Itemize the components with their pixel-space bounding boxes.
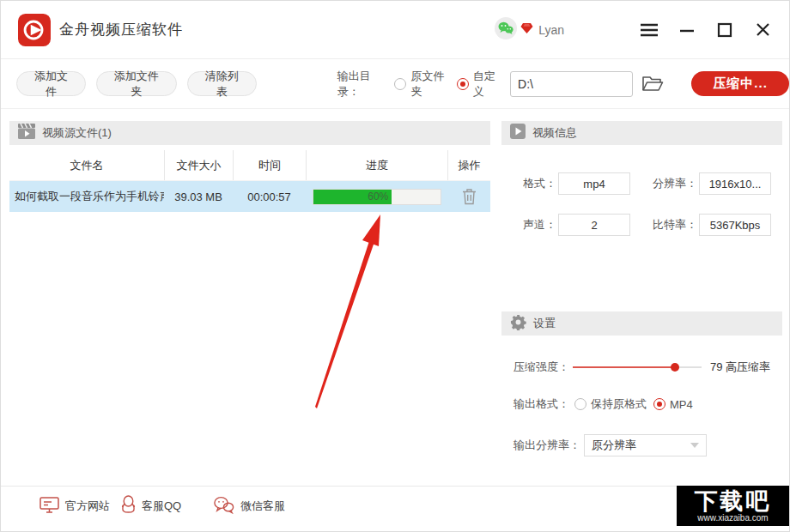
wechat-icon xyxy=(213,496,234,517)
column-header-name: 文件名 xyxy=(9,150,164,180)
format-label: 格式： xyxy=(514,176,556,191)
radio-circle xyxy=(653,398,665,410)
monitor-icon xyxy=(40,496,59,517)
file-time-cell: 00:00:57 xyxy=(233,181,306,212)
resolution-select-value: 原分辨率 xyxy=(592,438,636,453)
info-row-2: 声道： 2 比特率： 5367Kbps xyxy=(501,214,782,236)
strength-value: 79 xyxy=(710,360,722,373)
qq-penguin-icon xyxy=(121,495,136,517)
strength-desc: 高压缩率 xyxy=(726,360,770,373)
resolution-value: 1916x10... xyxy=(699,172,771,195)
table-header: 文件名 文件大小 时间 进度 操作 xyxy=(9,150,490,181)
bitrate-label: 比特率： xyxy=(647,217,697,233)
radio-mp4[interactable]: MP4 xyxy=(653,398,693,411)
app-title: 金舟视频压缩软件 xyxy=(59,20,183,39)
column-header-progress: 进度 xyxy=(306,150,447,180)
bitrate-value: 5367Kbps xyxy=(699,214,771,236)
add-file-button[interactable]: 添加文件 xyxy=(16,71,86,96)
radio-circle xyxy=(574,398,586,410)
vip-gem-icon xyxy=(520,22,533,38)
minimize-button[interactable] xyxy=(678,21,696,39)
info-row-1: 格式： mp4 分辨率： 1916x10... xyxy=(501,172,782,195)
browse-folder-button[interactable] xyxy=(641,75,664,93)
radio-custom-folder[interactable]: 自定义 xyxy=(457,69,501,100)
app-logo-icon xyxy=(18,14,51,46)
close-button[interactable] xyxy=(753,21,772,39)
user-name: Lyan xyxy=(538,23,564,37)
output-resolution-label: 输出分辨率： xyxy=(514,438,580,453)
play-icon xyxy=(510,124,526,142)
info-panel-header: 视频信息 xyxy=(501,121,782,145)
radio-original-folder[interactable]: 原文件夹 xyxy=(394,69,449,100)
channels-value: 2 xyxy=(558,214,630,236)
output-format-row: 输出格式： 保持原格式 MP4 xyxy=(501,393,785,415)
format-value: mp4 xyxy=(558,172,630,195)
column-header-action: 操作 xyxy=(447,150,490,180)
menu-button[interactable] xyxy=(640,21,659,39)
gear-icon xyxy=(510,314,526,334)
output-path-input[interactable] xyxy=(510,71,633,97)
wechat-account-icon xyxy=(495,17,517,43)
progress-label: 60% xyxy=(368,190,392,203)
progress-bar: 60% xyxy=(313,189,441,205)
slider-thumb[interactable] xyxy=(671,363,679,372)
film-icon xyxy=(18,124,35,142)
resolution-label: 分辨率： xyxy=(647,176,697,191)
info-panel-title: 视频信息 xyxy=(532,125,577,141)
radio-circle xyxy=(394,78,406,90)
strength-value-text: 79 高压缩率 xyxy=(710,360,770,375)
source-panel-header: 视频源文件(1) xyxy=(9,121,490,145)
toolbar: 添加文件 添加文件夹 清除列表 输出目录： 原文件夹 自定义 压缩中... xyxy=(1,59,789,109)
watermark-url: www.xiazaiba.com xyxy=(697,514,768,523)
settings-panel-title: 设置 xyxy=(533,316,556,331)
file-size-cell: 39.03 MB xyxy=(164,181,233,212)
progress-cell: 60% xyxy=(306,181,447,212)
radio-circle xyxy=(457,78,469,90)
wechat-support-link[interactable]: 微信客服 xyxy=(213,495,285,517)
output-format-label: 输出格式： xyxy=(514,396,569,412)
qq-support-link[interactable]: 客服QQ xyxy=(121,495,181,517)
settings-panel-header: 设置 xyxy=(501,311,782,336)
compress-button[interactable]: 压缩中... xyxy=(691,71,789,96)
watermark: 下载吧 www.xiazaiba.com xyxy=(677,486,789,526)
table-row[interactable]: 如何截取一段音乐作为手机铃声... 39.03 MB 00:00:57 60% xyxy=(9,181,490,212)
official-website-link[interactable]: 官方网站 xyxy=(40,495,110,517)
watermark-title: 下载吧 xyxy=(695,490,772,513)
output-resolution-row: 输出分辨率： 原分辨率 xyxy=(501,434,785,456)
channels-label: 声道： xyxy=(514,217,556,233)
strength-slider[interactable] xyxy=(573,361,702,373)
output-dir-label: 输出目录： xyxy=(337,69,388,100)
maximize-button[interactable] xyxy=(715,21,734,39)
column-header-time: 时间 xyxy=(233,150,306,180)
user-account[interactable]: Lyan xyxy=(495,17,564,43)
clear-list-button[interactable]: 清除列表 xyxy=(187,71,257,96)
file-name-cell: 如何截取一段音乐作为手机铃声... xyxy=(9,181,164,212)
footer-divider xyxy=(1,486,789,487)
chevron-down-icon xyxy=(690,443,699,448)
strength-row: 压缩强度： 79 高压缩率 xyxy=(501,356,785,378)
progress-fill: 60% xyxy=(313,190,392,204)
app-window: 金舟视频压缩软件 xyxy=(0,0,790,532)
title-bar: 金舟视频压缩软件 xyxy=(1,1,789,59)
radio-keep-format[interactable]: 保持原格式 xyxy=(574,396,647,412)
column-header-size: 文件大小 xyxy=(164,150,233,180)
delete-button[interactable] xyxy=(462,188,477,205)
add-folder-button[interactable]: 添加文件夹 xyxy=(96,71,176,96)
source-panel-title: 视频源文件(1) xyxy=(42,125,112,141)
strength-label: 压缩强度： xyxy=(514,360,569,375)
resolution-select[interactable]: 原分辨率 xyxy=(584,434,707,456)
strength-slider-fill xyxy=(573,366,675,368)
